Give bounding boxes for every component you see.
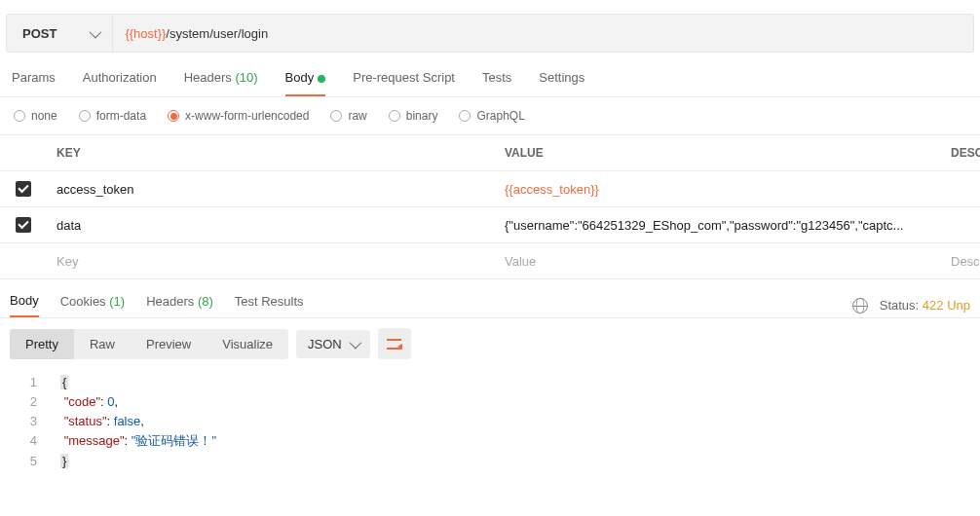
rtab-test-results[interactable]: Test Results xyxy=(235,294,304,316)
tab-pre-request-script[interactable]: Pre-request Script xyxy=(353,70,455,96)
rtab-cookies[interactable]: Cookies (1) xyxy=(60,294,125,316)
view-pretty-button[interactable]: Pretty xyxy=(10,329,74,359)
response-tabs: Body Cookies (1) Headers (8) Test Result… xyxy=(0,279,980,318)
radio-raw[interactable]: raw xyxy=(330,109,366,123)
col-header-key: KEY xyxy=(47,146,495,160)
format-select[interactable]: JSON xyxy=(296,330,370,358)
tab-body[interactable]: Body xyxy=(285,70,326,96)
view-visualize-button[interactable]: Visualize xyxy=(207,329,288,359)
tab-authorization[interactable]: Authorization xyxy=(83,70,157,96)
status-label: Status: xyxy=(880,298,919,313)
row-checkbox[interactable] xyxy=(16,181,31,197)
tab-params[interactable]: Params xyxy=(12,70,56,96)
col-header-value: VALUE xyxy=(495,146,941,160)
param-key[interactable]: access_token xyxy=(47,182,495,197)
radio-none[interactable]: none xyxy=(14,109,57,123)
wrap-lines-button[interactable] xyxy=(378,328,411,359)
http-method-select[interactable]: POST xyxy=(7,15,113,52)
wrap-icon xyxy=(387,339,401,350)
row-checkbox[interactable] xyxy=(16,217,31,233)
tab-headers[interactable]: Headers (10) xyxy=(184,70,258,96)
radio-binary[interactable]: binary xyxy=(389,109,438,123)
url-input[interactable]: {{host}}/system/user/login xyxy=(113,15,973,52)
view-raw-button[interactable]: Raw xyxy=(74,329,131,359)
radio-graphql[interactable]: GraphQL xyxy=(459,109,524,123)
col-header-description: DESC xyxy=(941,146,980,160)
rtab-body[interactable]: Body xyxy=(10,293,39,317)
http-method-label: POST xyxy=(22,26,57,41)
request-tabs: Params Authorization Headers (10) Body P… xyxy=(0,53,980,97)
chevron-down-icon xyxy=(90,25,102,38)
body-type-row: none form-data x-www-form-urlencoded raw… xyxy=(0,97,980,134)
new-key-input[interactable]: Key xyxy=(47,254,495,269)
new-value-input[interactable]: Value xyxy=(495,254,941,269)
rtab-headers[interactable]: Headers (8) xyxy=(146,294,213,316)
globe-icon[interactable] xyxy=(852,298,868,313)
tab-tests[interactable]: Tests xyxy=(482,70,511,96)
param-value[interactable]: {{access_token}} xyxy=(495,182,941,197)
response-body-code[interactable]: 1{2 "code": 0,3 "status": false,4 "messa… xyxy=(0,369,980,479)
radio-x-www-form-urlencoded[interactable]: x-www-form-urlencoded xyxy=(168,109,309,123)
url-variable: {{host}} xyxy=(125,26,166,41)
status-value: 422 Unp xyxy=(923,298,970,313)
url-path: /system/user/login xyxy=(166,26,268,41)
view-preview-button[interactable]: Preview xyxy=(131,329,207,359)
new-desc-input[interactable]: Descr xyxy=(941,254,980,269)
chevron-down-icon xyxy=(349,336,361,349)
radio-form-data[interactable]: form-data xyxy=(79,109,146,123)
modified-dot-icon xyxy=(318,75,325,83)
param-value[interactable]: {"username":"664251329_EShop_com","passw… xyxy=(495,218,941,233)
tab-settings[interactable]: Settings xyxy=(539,70,584,96)
param-key[interactable]: data xyxy=(47,218,495,233)
form-params-table: KEY VALUE DESC access_token{{access_toke… xyxy=(0,134,980,279)
response-view-bar: Pretty Raw Preview Visualize JSON xyxy=(0,318,980,369)
